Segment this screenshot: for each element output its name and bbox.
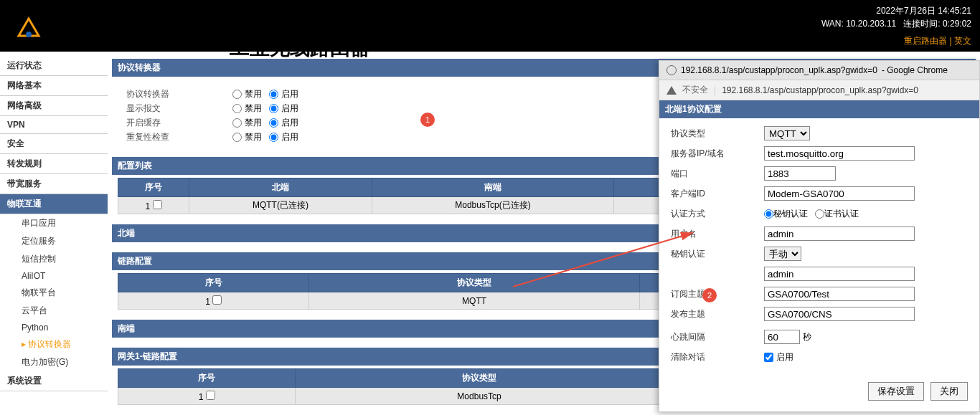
label-dup: 重复性检查 [126,131,227,143]
th-idx: 序号 [118,178,189,197]
warning-icon [666,86,677,95]
auth-cert-label: 证书认证 [824,208,859,220]
converter-off-radio[interactable] [232,90,242,99]
cache-off-label: 禁用 [245,117,262,129]
save-button[interactable]: 保存设置 [868,382,924,401]
user-input[interactable] [764,226,915,241]
sub-input[interactable] [764,287,915,301]
proto-select[interactable]: MQTT [764,126,810,140]
sidebar-item-vpn[interactable]: VPN [0,116,108,134]
plbl-auth: 认证方式 [671,208,764,220]
label-show-msg: 显示报文 [126,102,227,115]
sidebar: 运行状态 网络基本 网络高级 VPN 安全 转发规则 带宽服务 物联互通 串口应… [0,56,108,415]
sidebar-sub-cloud[interactable]: 云平台 [0,302,108,320]
dup-off-label: 禁用 [245,131,262,143]
gw-proto: ModbusTcp [296,388,663,405]
dup-off-radio[interactable] [232,133,242,142]
sidebar-sub-python[interactable]: Python [0,320,108,335]
plbl-client: 客户端ID [671,188,764,200]
sidebar-sub-serial[interactable]: 串口应用 [0,214,108,232]
showmsg-off-label: 禁用 [245,102,262,115]
th-gw-proto: 协议类型 [296,369,663,388]
logo-text-cn: 爱 陆 通 [50,16,116,29]
dup-on-label: 启用 [281,131,298,143]
sidebar-item-system[interactable]: 系统设置 [0,371,108,391]
cache-on-radio[interactable] [269,118,278,128]
converter-on-label: 启用 [281,88,298,100]
plbl-heartbeat: 心跳间隔 [671,331,764,343]
converter-on-radio[interactable] [269,90,278,99]
reboot-link[interactable]: 重启路由器 [904,36,947,46]
close-button[interactable]: 关闭 [930,382,968,401]
sidebar-item-security[interactable]: 安全 [0,134,108,154]
globe-icon [666,65,677,75]
cfg-north: MQTT(已连接) [189,197,372,214]
popup-url: 192.168.8.1/asp/custapp/procon_uplk.asp?… [722,85,918,95]
conn-label: 连接时间: [903,19,940,29]
datetime: 2022年7月26日 14:45:21 [876,6,971,16]
auth-key-radio[interactable] [764,209,773,219]
port-input[interactable] [764,166,836,181]
plbl-port: 端口 [671,168,764,180]
top-bar: 2022年7月26日 14:45:21 WAN: 10.20.203.11 连接… [0,0,980,52]
showmsg-off-radio[interactable] [232,104,242,113]
pass-input[interactable] [764,267,915,281]
auth-key-label: 秘钥认证 [773,208,808,220]
sidebar-sub-gps[interactable]: 定位服务 [0,232,108,250]
wan-label: WAN: [821,19,844,29]
lang-link[interactable]: 英文 [954,36,971,46]
sidebar-sub-aliiot[interactable]: AliIOT [0,268,108,284]
plbl-user: 用户名 [671,228,764,240]
pub-input[interactable] [764,307,915,321]
th-north: 北端 [189,178,372,197]
popup-title-suffix: - Google Chrome [882,65,948,75]
client-id-input[interactable] [764,186,915,201]
logo: 爱 陆 通 ALOTCER [14,14,116,43]
popup-window: 192.168.8.1/asp/custapp/procon_uplk.asp?… [659,60,980,412]
sidebar-sub-sms[interactable]: 短信控制 [0,250,108,268]
sidebar-item-iot[interactable]: 物联互通 [0,194,108,214]
keyauth-select[interactable]: 手动 [764,247,801,261]
server-input[interactable] [764,146,915,161]
label-converter: 协议转换器 [126,88,227,100]
sidebar-item-net-basic[interactable]: 网络基本 [0,76,108,96]
plbl-pub: 发布主题 [671,308,764,320]
sidebar-item-status[interactable]: 运行状态 [0,56,108,76]
cache-on-label: 启用 [281,117,298,129]
sidebar-sub-converter[interactable]: 协议转换器 [0,335,108,353]
gw-idx: 1 [199,392,204,402]
sidebar-item-bandwidth[interactable]: 带宽服务 [0,174,108,194]
cache-off-radio[interactable] [232,118,242,128]
popup-titlebar: 192.168.8.1/asp/custapp/procon_uplk.asp?… [659,61,979,80]
clear-checkbox[interactable] [764,353,773,362]
annotation-1: 1 [420,113,435,127]
plbl-clear: 清除对话 [671,351,764,363]
showmsg-on-radio[interactable] [269,104,278,113]
cfg-idx: 1 [145,201,150,211]
th-link-idx: 序号 [118,274,309,292]
plbl-server: 服务器IP/域名 [671,148,764,160]
dup-on-radio[interactable] [269,133,278,142]
cfg-row-checkbox[interactable] [153,200,162,209]
link-idx: 1 [205,297,210,307]
label-cache: 开启缓存 [126,117,227,129]
insecure-label: 不安全 [682,84,708,96]
conn-time: 0:29:02 [943,19,971,29]
gw-row-checkbox[interactable] [206,391,215,400]
plbl-keyauth: 秘钥认证 [671,248,764,260]
logo-icon [14,14,43,43]
wan-ip: 10.20.203.11 [846,19,896,29]
svg-point-0 [26,32,32,37]
link-row-checkbox[interactable] [212,295,222,305]
sidebar-item-net-adv[interactable]: 网络高级 [0,96,108,116]
th-south: 南端 [372,178,613,197]
plbl-proto: 协议类型 [671,128,764,140]
heartbeat-input[interactable] [764,330,800,344]
sidebar-item-forward[interactable]: 转发规则 [0,154,108,174]
converter-off-label: 禁用 [245,88,262,100]
logo-text-en: ALOTCER [50,29,116,42]
auth-cert-radio[interactable] [815,209,824,219]
sidebar-sub-power[interactable]: 电力加密(G) [0,353,108,371]
sidebar-sub-iot-platform[interactable]: 物联平台 [0,284,108,302]
popup-title-url: 192.168.8.1/asp/custapp/procon_uplk.asp?… [681,65,877,75]
